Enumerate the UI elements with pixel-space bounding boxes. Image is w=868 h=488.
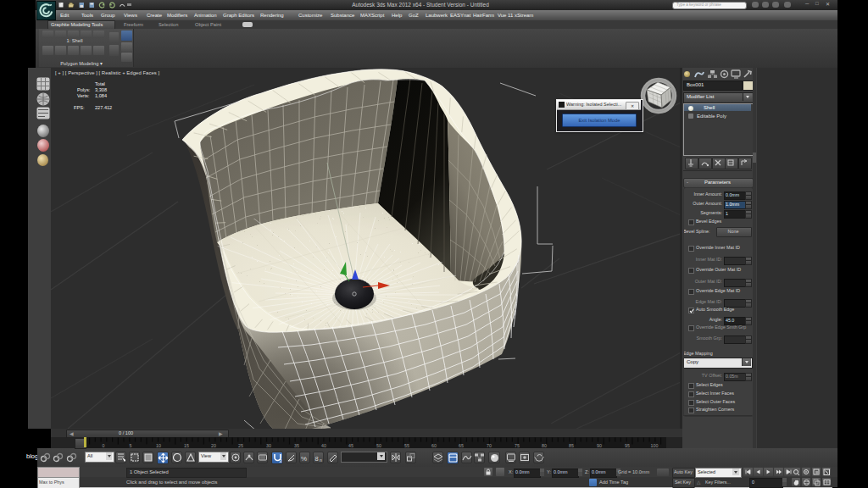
svg-text:10: 10	[156, 443, 161, 448]
svg-text:90: 90	[597, 443, 602, 448]
svg-text:0: 0	[103, 443, 105, 448]
svg-text:30: 30	[266, 443, 271, 448]
svg-text:85: 85	[569, 443, 574, 448]
svg-text:8: 8	[315, 455, 319, 463]
svg-text:3: 3	[279, 458, 282, 463]
svg-text:35: 35	[294, 443, 299, 448]
svg-text:55: 55	[404, 443, 409, 448]
svg-text:65: 65	[459, 443, 464, 448]
svg-text:60: 60	[431, 443, 437, 448]
svg-text:100: 100	[651, 443, 659, 448]
svg-text:40: 40	[321, 443, 326, 448]
svg-text:%: %	[301, 455, 307, 463]
svg-text:70: 70	[487, 443, 492, 448]
svg-text:75: 75	[515, 443, 520, 448]
svg-text:80: 80	[542, 443, 547, 448]
svg-text:95: 95	[625, 443, 630, 448]
svg-text:n: n	[320, 458, 322, 463]
svg-text:20: 20	[211, 443, 216, 448]
svg-text:50: 50	[376, 443, 381, 448]
svg-text:45: 45	[348, 443, 353, 448]
svg-text:25: 25	[238, 443, 243, 448]
svg-text:15: 15	[184, 443, 189, 448]
svg-text:5: 5	[130, 443, 132, 448]
